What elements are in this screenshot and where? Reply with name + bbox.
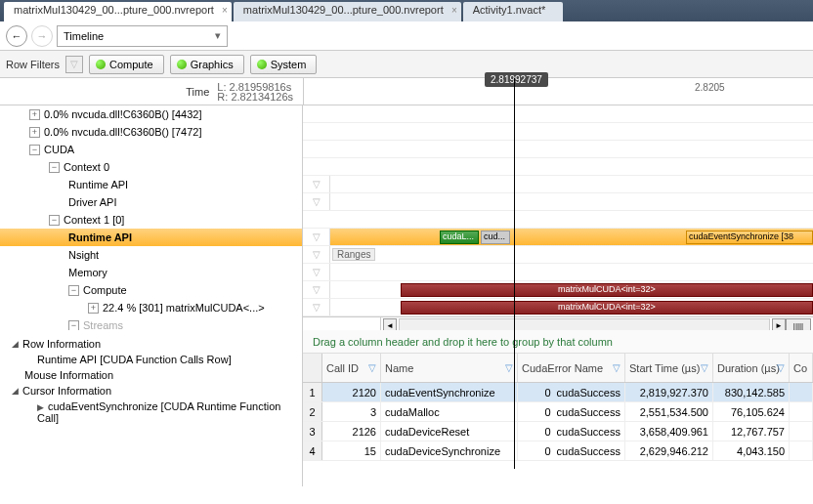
funnel-icon[interactable]: ▽ <box>313 284 321 295</box>
expand-icon[interactable]: + <box>88 303 99 314</box>
row-filters-bar: Row Filters ▽ Compute Graphics System <box>0 51 813 78</box>
row-information[interactable]: ◢Row Information <box>0 336 302 352</box>
expand-icon[interactable]: + <box>29 109 40 120</box>
funnel-icon[interactable]: ▽ <box>313 231 321 242</box>
time-label: Time <box>186 86 209 98</box>
col-co[interactable]: Co <box>790 354 813 382</box>
toolbar: ← → Timeline <box>0 21 813 51</box>
collapse-icon[interactable]: − <box>49 215 60 226</box>
funnel-icon[interactable]: ▽ <box>313 249 321 260</box>
row-information-detail: Runtime API [CUDA Function Calls Row] <box>0 352 302 367</box>
table-row[interactable]: 32126cudaDeviceReset0 cudaSuccess3,658,4… <box>303 422 813 441</box>
col-start[interactable]: Start Time (µs)▽ <box>625 354 713 382</box>
fit-button[interactable]: ||||| <box>786 318 811 330</box>
grid-header: Call ID▽ Name▽ CudaError Name▽ Start Tim… <box>303 354 813 383</box>
horizontal-scrollbar[interactable]: ◄ ► ||||| <box>381 317 813 330</box>
tree-row[interactable]: +22.4 % [301] matrixMulCUDA<...> <box>0 299 302 316</box>
table-row[interactable]: 23cudaMalloc0 cudaSuccess2,551,534.50076… <box>303 402 813 422</box>
group-hint[interactable]: Drag a column header and drop it here to… <box>303 330 813 354</box>
tree-row[interactable]: Runtime API <box>0 176 302 193</box>
funnel-icon[interactable]: ▽ <box>777 362 785 373</box>
collapse-icon[interactable]: − <box>68 320 79 331</box>
timeline-row-runtime-api[interactable]: ▽ cudaL... cud... cudaEventSynchronize [… <box>303 229 813 246</box>
tab-report-2[interactable]: matrixMul130429_00...pture_000.nvreport× <box>234 2 461 21</box>
scroll-right-icon[interactable]: ► <box>772 318 786 330</box>
tree-row[interactable]: −Streams <box>0 316 302 330</box>
tick-label: 2.8205 <box>695 82 725 93</box>
bar-kernel[interactable]: matrixMulCUDA<int=32> <box>401 301 813 315</box>
cursor-time-tooltip: 2.81992737 <box>485 72 548 87</box>
funnel-icon[interactable]: ▽ <box>313 302 321 313</box>
document-tabs: matrixMul130429_00...pture_000.nvreport×… <box>0 0 813 21</box>
tab-activity[interactable]: Activity1.nvact* <box>463 2 564 21</box>
filter-system-button[interactable]: System <box>250 55 318 74</box>
forward-button[interactable]: → <box>31 25 53 47</box>
col-error[interactable]: CudaError Name▽ <box>518 354 625 382</box>
tree-row[interactable]: +0.0% nvcuda.dll!C6360B() [4432] <box>0 105 302 123</box>
grid-body: 12120cudaEventSynchronize0 cudaSuccess2,… <box>303 383 813 486</box>
time-left-value: L: 2.81959816s <box>217 82 293 92</box>
bar-sync[interactable]: cudaEventSynchronize [38 <box>686 231 813 244</box>
col-duration[interactable]: Duration (µs)▽ <box>713 354 790 382</box>
time-right-value: R: 2.82134126s <box>217 92 293 102</box>
funnel-icon[interactable]: ▽ <box>505 362 513 373</box>
bar-kernel[interactable]: matrixMulCUDA<int=32> <box>401 283 813 297</box>
tree-row[interactable]: −Compute <box>0 281 302 299</box>
close-icon[interactable]: × <box>222 5 228 16</box>
tree-row-selected[interactable]: Runtime API <box>0 229 302 246</box>
funnel-icon[interactable]: ▽ <box>613 362 620 373</box>
cursor-information[interactable]: ◢Cursor Information <box>0 383 302 399</box>
filter-compute-button[interactable]: Compute <box>89 55 164 74</box>
col-callid[interactable]: Call ID▽ <box>322 354 381 382</box>
col-name[interactable]: Name▽ <box>381 354 518 382</box>
tree-row[interactable]: Nsight <box>0 246 302 264</box>
tree-row[interactable]: −Context 1 [0] <box>0 211 302 229</box>
timeline-panel[interactable]: ▽ ▽ ▽ cudaL... cud... cudaEventSynchroni… <box>303 105 813 330</box>
filter-icon[interactable]: ▽ <box>65 56 83 73</box>
tree-row[interactable]: Memory <box>0 264 302 281</box>
tree-row[interactable]: Driver API <box>0 193 302 211</box>
info-panel: ◢Row Information Runtime API [CUDA Funct… <box>0 330 303 486</box>
funnel-icon[interactable]: ▽ <box>313 196 321 207</box>
time-ruler: Time L: 2.81959816s R: 2.82134126s 2.819… <box>0 78 813 105</box>
expand-icon[interactable]: + <box>29 127 40 138</box>
tab-report-1[interactable]: matrixMul130429_00...pture_000.nvreport× <box>4 2 232 21</box>
scroll-left-icon[interactable]: ◄ <box>383 318 397 330</box>
funnel-icon[interactable]: ▽ <box>313 179 321 189</box>
collapse-icon[interactable]: − <box>49 162 60 173</box>
table-row[interactable]: 12120cudaEventSynchronize0 cudaSuccess2,… <box>303 383 813 402</box>
close-icon[interactable]: × <box>451 5 457 16</box>
view-dropdown[interactable]: Timeline <box>57 25 228 47</box>
tree-row[interactable]: −Context 0 <box>0 158 302 176</box>
back-button[interactable]: ← <box>6 25 27 47</box>
filter-graphics-button[interactable]: Graphics <box>170 55 244 74</box>
funnel-icon[interactable]: ▽ <box>368 362 376 373</box>
bar-cud[interactable]: cud... <box>481 231 510 244</box>
row-filters-label: Row Filters <box>6 59 60 70</box>
collapse-icon[interactable]: − <box>29 145 40 155</box>
funnel-icon[interactable]: ▽ <box>701 362 708 373</box>
ranges-label: Ranges <box>332 248 375 261</box>
funnel-icon[interactable]: ▽ <box>313 267 321 277</box>
tree-row[interactable]: +0.0% nvcuda.dll!C6360B() [7472] <box>0 123 302 141</box>
bar-cudal[interactable]: cudaL... <box>440 231 479 244</box>
tree-panel: +0.0% nvcuda.dll!C6360B() [4432] +0.0% n… <box>0 105 303 330</box>
collapse-icon[interactable]: − <box>68 285 79 296</box>
cursor-line[interactable] <box>514 78 515 469</box>
cursor-information-detail[interactable]: ▶cudaEventSynchronize [CUDA Runtime Func… <box>0 399 302 426</box>
table-row[interactable]: 415cudaDeviceSynchronize0 cudaSuccess2,6… <box>303 441 813 461</box>
mouse-information[interactable]: Mouse Information <box>0 367 302 383</box>
grid-panel: Drag a column header and drop it here to… <box>303 330 813 486</box>
tree-row[interactable]: −CUDA <box>0 141 302 158</box>
